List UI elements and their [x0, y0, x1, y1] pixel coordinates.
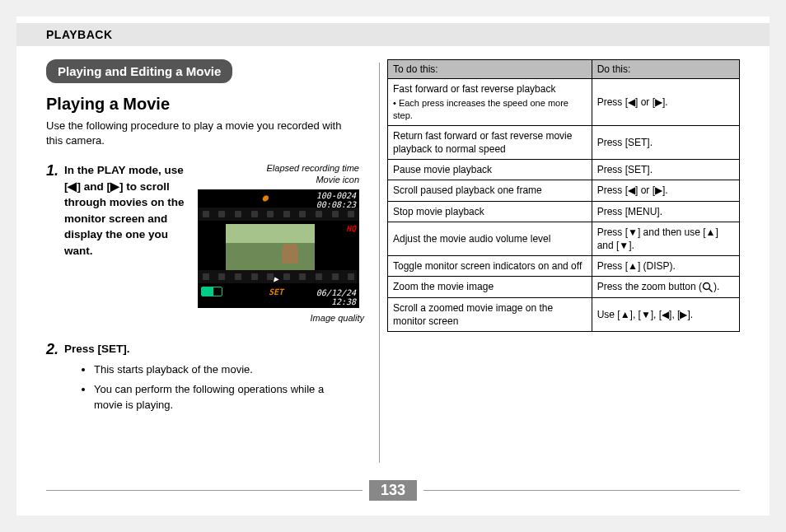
action-desc: Scroll a zoomed movie image on the monit… — [388, 297, 592, 331]
table-header-todo: To do this: — [388, 60, 592, 79]
subsection-heading: Playing a Movie — [46, 95, 354, 114]
osd-date: 06/12/24 — [316, 288, 356, 297]
table-row: Toggle monitor screen indicators on and … — [388, 256, 740, 277]
osd-file-number: 100-0024 — [316, 191, 356, 200]
film-strip-top — [198, 208, 359, 221]
action-cmd: Press [SET]. — [592, 160, 739, 180]
table-row: Scroll paused playback one frame Press [… — [388, 180, 740, 201]
columns: Playing and Editing a Movie Playing a Mo… — [16, 59, 770, 413]
movie-frame-thumbnail — [226, 224, 315, 272]
header-band: PLAYBACK — [16, 23, 770, 46]
caption-image-quality: Image quality — [311, 313, 364, 323]
left-column: Playing and Editing a Movie Playing a Mo… — [16, 59, 371, 413]
action-cmd: Use [▲], [▼], [◀], [▶]. — [592, 297, 739, 331]
column-divider — [379, 63, 380, 463]
caption-movie-icon: Movie icon — [316, 175, 359, 184]
step-2-text: Press [SET]. — [64, 341, 354, 357]
table-row: Scroll a zoomed movie image on the monit… — [388, 297, 740, 331]
movie-icon: ● — [262, 193, 268, 203]
bullet-item: This starts playback of the movie. — [94, 362, 354, 378]
action-desc: Return fast forward or fast reverse movi… — [388, 125, 592, 159]
step-2-number: 2. — [46, 341, 64, 358]
action-desc: Fast forward or fast reverse playback — [393, 83, 555, 95]
osd-quality-badge: HQ — [346, 224, 356, 233]
action-cmd: Press [◀] or [▶]. — [592, 79, 739, 126]
page-number: 133 — [369, 480, 417, 501]
leader-line-quality — [357, 226, 358, 308]
osd-clock: 12:38 — [331, 297, 356, 306]
play-icon: ▶ — [274, 274, 278, 283]
intro-paragraph: Use the following procedure to play a mo… — [46, 119, 354, 147]
table-header-dothis: Do this: — [592, 60, 739, 79]
manual-page: PLAYBACK Playing and Editing a Movie Pla… — [16, 16, 770, 516]
action-desc: Stop movie playback — [388, 201, 592, 222]
step-1-text: In the PLAY mode, use [◀] and [▶] to scr… — [64, 162, 189, 259]
bullet-item: You can perform the following operations… — [94, 381, 354, 413]
svg-point-0 — [704, 283, 710, 290]
svg-line-1 — [709, 289, 713, 292]
step-1-number: 1. — [46, 162, 64, 180]
action-cmd: Press [MENU]. — [592, 201, 739, 222]
step-2: 2. Press [SET]. This starts playback of … — [46, 341, 354, 413]
action-desc: Toggle monitor screen indicators on and … — [388, 256, 592, 277]
table-row: Stop movie playback Press [MENU]. — [388, 201, 740, 222]
step-2-bullets: This starts playback of the movie. You c… — [94, 362, 354, 413]
action-subnote: • Each press increases the speed one mor… — [393, 97, 587, 122]
action-cmd: Press the zoom button (). — [592, 277, 739, 297]
right-column: To do this: Do this: Fast forward or fas… — [371, 59, 770, 413]
action-desc: Scroll paused playback one frame — [388, 180, 592, 201]
camera-lcd-screenshot: 100-0024 00:08:23 ● HQ — [198, 189, 359, 308]
action-cmd: Press [▼] and then use [▲] and [▼]. — [592, 222, 739, 255]
action-cmd: Press [▲] (DISP). — [592, 256, 739, 277]
step-1: 1. In the PLAY mode, use [◀] and [▶] to … — [46, 162, 354, 308]
playback-actions-table: To do this: Do this: Fast forward or fas… — [387, 59, 740, 332]
action-cmd: Press [SET]. — [592, 125, 739, 159]
topic-pill: Playing and Editing a Movie — [46, 59, 232, 83]
table-row: Return fast forward or fast reverse movi… — [388, 125, 740, 159]
page-footer: 133 — [16, 480, 770, 501]
magnifier-icon — [702, 281, 713, 292]
action-desc: Pause movie playback — [388, 160, 592, 180]
action-desc: Adjust the movie audio volume level — [388, 222, 592, 255]
action-desc: Zoom the movie image — [388, 277, 592, 297]
table-row: Zoom the movie image Press the zoom butt… — [388, 277, 740, 297]
table-row: Adjust the movie audio volume level Pres… — [388, 222, 740, 255]
battery-icon — [201, 287, 222, 296]
action-cmd: Press [◀] or [▶]. — [592, 180, 739, 201]
table-row: Pause movie playback Press [SET]. — [388, 160, 740, 180]
step-1-figure: Elapsed recording time Movie icon 100-00… — [198, 162, 359, 308]
osd-set-label: SET — [269, 287, 283, 296]
steps-list: 1. In the PLAY mode, use [◀] and [▶] to … — [46, 162, 354, 413]
table-row: Fast forward or fast reverse playback • … — [388, 79, 740, 126]
caption-elapsed-time: Elapsed recording time — [266, 163, 359, 173]
section-title: PLAYBACK — [46, 28, 113, 41]
